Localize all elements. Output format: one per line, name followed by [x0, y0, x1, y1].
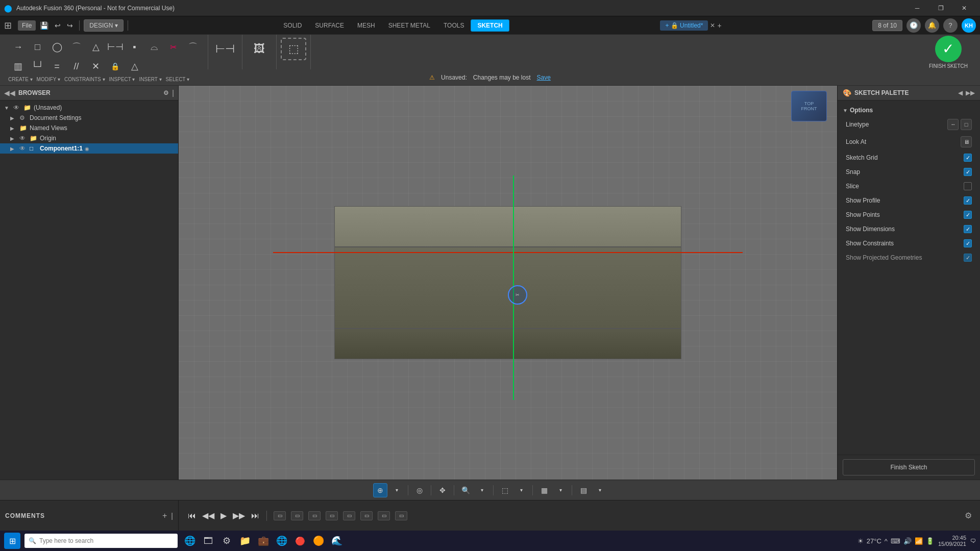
- notifications-icon[interactable]: 🔔: [925, 18, 939, 33]
- speaker-icon[interactable]: 🔊: [903, 537, 912, 545]
- design-dropdown[interactable]: DESIGN ▾: [84, 19, 123, 32]
- timeline-icon-1[interactable]: ▭: [274, 511, 286, 520]
- tree-item-root[interactable]: ▼ 👁 📁 (Unsaved): [0, 103, 178, 113]
- option-show-points[interactable]: Show Points: [838, 208, 980, 222]
- finish-sketch-palette-button[interactable]: Finish Sketch: [843, 459, 975, 475]
- animation-settings-icon[interactable]: ⚙: [965, 511, 972, 520]
- file-button[interactable]: File: [18, 20, 36, 31]
- tree-item-doc-settings[interactable]: ▶ ⚙ Document Settings: [0, 113, 178, 123]
- line-tool[interactable]: →: [9, 38, 28, 56]
- taskbar-archive-icon[interactable]: 💼: [255, 533, 272, 549]
- taskbar-windows-icon[interactable]: 🗔: [200, 533, 216, 549]
- comments-add-icon[interactable]: +: [162, 511, 167, 520]
- option-show-constraints[interactable]: Show Constraints: [838, 236, 980, 251]
- visibility-icon[interactable]: 👁: [19, 145, 28, 152]
- user-avatar[interactable]: KH: [962, 18, 976, 33]
- clock-icon[interactable]: 🕐: [906, 18, 921, 33]
- minimize-button[interactable]: ─: [905, 0, 929, 16]
- project-tool[interactable]: ▥: [9, 57, 28, 76]
- taskbar-edge-icon[interactable]: 🌊: [329, 533, 345, 549]
- add-tab-button[interactable]: +: [717, 21, 721, 30]
- circle-tool[interactable]: ◯: [48, 38, 66, 56]
- zoom-dropdown[interactable]: ▾: [475, 483, 489, 497]
- lock-tool[interactable]: 🔒: [106, 57, 125, 76]
- palette-collapse-button[interactable]: ◀: [958, 89, 963, 96]
- equal-tool[interactable]: =: [48, 57, 66, 76]
- expand-tray-icon[interactable]: ^: [885, 537, 888, 545]
- parallel-tool[interactable]: //: [67, 57, 86, 76]
- finish-sketch-button[interactable]: ✓ FINISH SKETCH: [929, 36, 968, 69]
- linetype-icon1[interactable]: ╌: [947, 119, 959, 130]
- palette-expand-button[interactable]: ▶▶: [966, 89, 975, 96]
- search-box[interactable]: 🔍: [24, 534, 178, 548]
- tab-solid[interactable]: SOLID: [277, 19, 308, 32]
- show-profile-checkbox[interactable]: [964, 196, 972, 205]
- browser-settings-icon[interactable]: ⚙: [163, 89, 169, 96]
- tab-mesh[interactable]: MESH: [351, 19, 382, 32]
- offset-tool[interactable]: ⌒: [184, 38, 202, 56]
- notification-icon[interactable]: 🗨: [970, 538, 976, 544]
- save-link[interactable]: Save: [537, 74, 551, 81]
- point-tool[interactable]: ▪: [126, 38, 144, 56]
- show-projected-checkbox[interactable]: [964, 254, 972, 262]
- trim-tool[interactable]: ✂: [164, 38, 183, 56]
- slice-checkbox[interactable]: [964, 182, 972, 190]
- look-at-icon[interactable]: 🖥: [961, 136, 972, 147]
- close-file-tab[interactable]: ✕: [710, 22, 715, 29]
- tree-item-origin[interactable]: ▶ 👁 📁 Origin: [0, 133, 178, 143]
- maximize-button[interactable]: ❐: [929, 0, 952, 16]
- visibility-icon[interactable]: 👁: [19, 135, 28, 142]
- show-constraints-checkbox[interactable]: [964, 239, 972, 247]
- comments-collapse-icon[interactable]: |: [171, 512, 173, 520]
- dim-tool[interactable]: ⊢⊣: [106, 38, 125, 56]
- close-button[interactable]: ✕: [952, 0, 976, 16]
- timeline-icon-4[interactable]: ▭: [326, 511, 338, 520]
- option-show-dimensions[interactable]: Show Dimensions: [838, 222, 980, 236]
- timeline-icon-3[interactable]: ▭: [308, 511, 321, 520]
- keyboard-icon[interactable]: ⌨: [891, 537, 900, 545]
- measure-tool[interactable]: ⊢⊣: [212, 38, 238, 60]
- linetype-icon2[interactable]: □: [961, 119, 972, 130]
- cube-display[interactable]: TOP FRONT: [791, 91, 827, 121]
- taskbar-app-icon[interactable]: 🟠: [310, 533, 327, 549]
- display-options-button[interactable]: ▦: [537, 483, 551, 497]
- orbit-button[interactable]: ◎: [412, 483, 427, 497]
- undo-button[interactable]: ↩: [53, 20, 63, 31]
- option-look-at[interactable]: Look At 🖥: [838, 133, 980, 151]
- anim-first-button[interactable]: ⏮: [187, 510, 197, 521]
- option-sketch-grid[interactable]: Sketch Grid: [838, 151, 980, 165]
- tab-sketch[interactable]: SKETCH: [471, 19, 509, 32]
- mirror-tool[interactable]: └┘: [29, 57, 47, 76]
- insert-image-tool[interactable]: 🖼: [247, 38, 272, 60]
- taskbar-chrome2-icon[interactable]: 🔴: [292, 533, 308, 549]
- anim-next-button[interactable]: ▶▶: [232, 510, 246, 521]
- timeline-icon-6[interactable]: ▭: [360, 511, 373, 520]
- snap-checkbox[interactable]: [964, 168, 972, 176]
- redo-button[interactable]: ↪: [65, 20, 75, 31]
- option-linetype[interactable]: Linetype ╌ □: [838, 116, 980, 133]
- sketch-grid-checkbox[interactable]: [964, 154, 972, 162]
- view-options-button[interactable]: ⬚: [498, 483, 512, 497]
- anim-play-button[interactable]: ▶: [219, 510, 228, 521]
- start-button[interactable]: ⊞: [4, 533, 20, 549]
- taskbar-folder-icon[interactable]: 📁: [237, 533, 253, 549]
- spline-tool[interactable]: ⌓: [145, 38, 163, 56]
- search-input[interactable]: [39, 537, 174, 544]
- timeline-icon-7[interactable]: ▭: [378, 511, 390, 520]
- show-dimensions-checkbox[interactable]: [964, 225, 972, 233]
- more-options-button[interactable]: ▤: [576, 483, 591, 497]
- option-slice[interactable]: Slice: [838, 179, 980, 193]
- palette-section-options[interactable]: ▼ Options: [838, 105, 980, 116]
- triangle-tool[interactable]: △: [126, 57, 144, 76]
- taskbar-settings-icon[interactable]: ⚙: [218, 533, 235, 549]
- display-dropdown-button[interactable]: ▾: [553, 483, 568, 497]
- timeline-icon-8[interactable]: ▭: [395, 511, 407, 520]
- option-show-profile[interactable]: Show Profile: [838, 193, 980, 208]
- viewport[interactable]: ✂ TOP FRONT: [179, 86, 837, 480]
- select-dropdown-button[interactable]: ▾: [389, 483, 404, 497]
- counter-badge[interactable]: 8 of 10: [872, 20, 902, 31]
- browser-pin-button[interactable]: |: [172, 89, 174, 97]
- perp-tool[interactable]: ✕: [87, 57, 105, 76]
- grid-menu-icon[interactable]: ⊞: [4, 20, 12, 31]
- help-icon[interactable]: ?: [943, 18, 958, 33]
